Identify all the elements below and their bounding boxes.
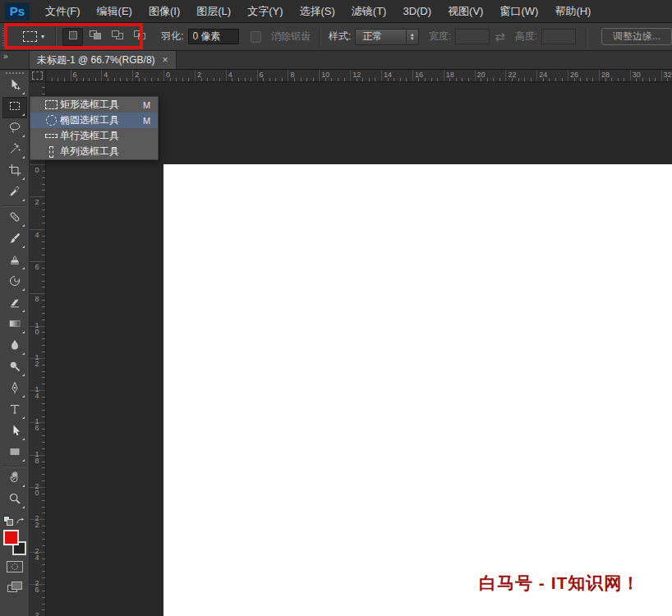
vertical-ruler[interactable]: 024681 01 21 41 61 82 02 22 42 62 8 — [30, 82, 46, 616]
new-selection-button[interactable] — [62, 28, 83, 46]
gradient-tool[interactable] — [2, 315, 27, 336]
pen-tool[interactable] — [2, 379, 27, 400]
menu-item-type[interactable]: 文字(Y) — [239, 0, 291, 23]
photoshop-logo: Ps — [5, 2, 30, 21]
style-label: 样式: — [329, 30, 351, 44]
quick-mask-button[interactable] — [2, 558, 27, 576]
menu-item-edit[interactable]: 编辑(E) — [89, 0, 140, 23]
height-input[interactable] — [541, 29, 576, 44]
menu-item-file[interactable]: 文件(F) — [37, 0, 89, 23]
add-to-selection-icon — [89, 30, 102, 44]
photoshop-window: Ps 文件(F)编辑(E)图像(I)图层(L)文字(Y)选择(S)滤镜(T)3D… — [0, 0, 672, 616]
menu-item-view[interactable]: 视图(V) — [440, 0, 491, 23]
ruler-tick — [188, 78, 189, 81]
crop-tool[interactable] — [2, 161, 27, 182]
ruler-label: 1 8 — [30, 451, 44, 464]
eraser-tool[interactable] — [2, 293, 27, 315]
dodge-tool[interactable] — [2, 357, 27, 379]
menu-item-window[interactable]: 窗口(W) — [491, 0, 546, 23]
move-tool[interactable] — [2, 76, 27, 97]
pasteboard — [46, 82, 672, 616]
ruler-label: 30 — [633, 71, 641, 79]
tools-panel-collapse-button[interactable]: » — [0, 51, 30, 69]
spot-healing-brush-tool-icon — [8, 210, 21, 227]
screen-mode-button[interactable] — [2, 578, 27, 596]
flyout-item-ellipse-marquee[interactable]: 椭圆选框工具M — [30, 113, 158, 128]
ruler-tick — [219, 78, 220, 81]
hand-tool-icon — [8, 471, 21, 487]
history-brush-tool[interactable] — [2, 272, 27, 293]
ruler-tick — [275, 78, 276, 81]
subtract-from-selection-button[interactable] — [107, 28, 127, 46]
flyout-item-rect-marquee[interactable]: 矩形选框工具M — [30, 97, 158, 113]
menu-item-layer[interactable]: 图层(L) — [188, 0, 239, 23]
rectangular-marquee-tool-icon — [8, 99, 21, 116]
ruler-label: 2 — [197, 71, 201, 79]
ruler-label: 22 — [508, 71, 516, 79]
eyedropper-tool[interactable] — [2, 182, 27, 204]
zoom-tool[interactable] — [2, 490, 27, 511]
document-tab[interactable]: 未标题-1 @ 66.7%(RGB/8) × — [30, 51, 177, 69]
hand-tool[interactable] — [2, 468, 27, 490]
style-select[interactable]: 正常 ▲▼ — [355, 29, 418, 45]
ruler-tick — [331, 78, 332, 81]
menu-item-filter[interactable]: 滤镜(T) — [343, 0, 395, 23]
ruler-tick — [42, 564, 45, 565]
blur-tool[interactable] — [2, 336, 27, 357]
tool-preset-picker[interactable]: ▾ — [17, 28, 50, 46]
ruler-label: 2 6 — [30, 580, 44, 593]
type-tool[interactable] — [2, 400, 27, 421]
ruler-tick — [101, 70, 102, 81]
flyout-item-single-row-marquee[interactable]: 单行选框工具 — [30, 128, 158, 144]
ruler-tick — [132, 70, 133, 81]
ruler-tick — [580, 78, 581, 81]
selection-mode-group — [62, 28, 150, 46]
clone-stamp-tool[interactable] — [2, 251, 27, 272]
brush-tool[interactable] — [2, 229, 27, 251]
lasso-tool[interactable] — [2, 118, 27, 140]
ruler-tick — [251, 78, 251, 81]
antialias-checkbox[interactable] — [251, 31, 262, 43]
canvas[interactable] — [163, 164, 672, 616]
ruler-tick — [42, 539, 45, 540]
rectangle-tool[interactable] — [2, 443, 27, 464]
panel-grip[interactable] — [6, 72, 24, 74]
path-selection-tool[interactable] — [2, 421, 27, 443]
ruler-tick — [42, 577, 45, 578]
options-bar-grip[interactable] — [2, 28, 7, 46]
clone-stamp-tool-icon — [8, 253, 21, 269]
ruler-origin-corner[interactable] — [30, 70, 46, 82]
ruler-tick — [412, 70, 413, 81]
menu-item-image[interactable]: 图像(I) — [140, 0, 188, 23]
swap-dimensions-icon[interactable]: ⇄ — [495, 30, 505, 44]
foreground-color-swatch[interactable] — [3, 530, 19, 545]
menu-item-select[interactable]: 选择(S) — [291, 0, 343, 23]
ruler-origin-icon — [32, 71, 43, 80]
rectangular-marquee-tool[interactable] — [2, 97, 27, 118]
flyout-corner-icon — [22, 374, 25, 376]
screen-mode-icon — [7, 581, 23, 594]
ruler-tick — [42, 87, 45, 88]
refine-edge-button[interactable]: 调整边缘... — [601, 28, 672, 45]
menu-item-help[interactable]: 帮助(H) — [546, 0, 599, 23]
ruler-tick — [42, 190, 45, 191]
add-to-selection-button[interactable] — [85, 28, 105, 46]
ruler-tick — [475, 70, 476, 81]
default-colors-icon[interactable] — [3, 516, 13, 526]
swap-colors-icon[interactable] — [16, 517, 26, 526]
tab-close-icon[interactable]: × — [163, 55, 168, 65]
ruler-tick — [42, 223, 45, 223]
horizontal-ruler[interactable]: 64202468101214161820222426283032 — [46, 70, 672, 82]
spot-healing-brush-tool[interactable] — [2, 208, 27, 229]
magic-wand-tool[interactable] — [2, 140, 27, 161]
flyout-item-label: 椭圆选框工具 — [60, 113, 143, 127]
ruler-tick — [269, 78, 270, 81]
flyout-item-single-column-marquee[interactable]: 单列选框工具 — [30, 144, 158, 159]
blur-tool-icon — [8, 338, 21, 355]
feather-input[interactable] — [188, 29, 239, 44]
intersect-selection-icon — [133, 30, 146, 44]
width-input[interactable] — [455, 29, 490, 44]
path-selection-tool-icon — [8, 424, 21, 440]
intersect-selection-button[interactable] — [129, 28, 150, 46]
menu-item-3d[interactable]: 3D(D) — [394, 0, 440, 23]
